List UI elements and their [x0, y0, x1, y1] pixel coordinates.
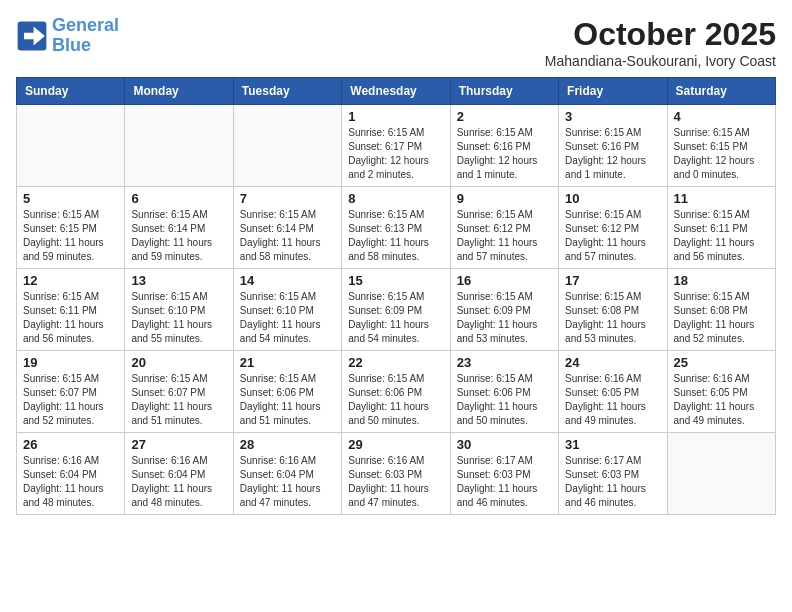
- day-cell: [17, 105, 125, 187]
- day-info: Sunrise: 6:15 AM Sunset: 6:16 PM Dayligh…: [457, 126, 552, 182]
- weekday-header-friday: Friday: [559, 78, 667, 105]
- logo: GeneralBlue: [16, 16, 119, 56]
- day-cell: 4Sunrise: 6:15 AM Sunset: 6:15 PM Daylig…: [667, 105, 775, 187]
- weekday-header-tuesday: Tuesday: [233, 78, 341, 105]
- day-number: 25: [674, 355, 769, 370]
- weekday-header-row: SundayMondayTuesdayWednesdayThursdayFrid…: [17, 78, 776, 105]
- day-cell: 30Sunrise: 6:17 AM Sunset: 6:03 PM Dayli…: [450, 433, 558, 515]
- day-number: 21: [240, 355, 335, 370]
- day-cell: 18Sunrise: 6:15 AM Sunset: 6:08 PM Dayli…: [667, 269, 775, 351]
- day-number: 22: [348, 355, 443, 370]
- day-cell: 5Sunrise: 6:15 AM Sunset: 6:15 PM Daylig…: [17, 187, 125, 269]
- day-info: Sunrise: 6:15 AM Sunset: 6:09 PM Dayligh…: [457, 290, 552, 346]
- day-cell: 9Sunrise: 6:15 AM Sunset: 6:12 PM Daylig…: [450, 187, 558, 269]
- day-cell: 11Sunrise: 6:15 AM Sunset: 6:11 PM Dayli…: [667, 187, 775, 269]
- weekday-header-thursday: Thursday: [450, 78, 558, 105]
- day-cell: [125, 105, 233, 187]
- day-info: Sunrise: 6:15 AM Sunset: 6:10 PM Dayligh…: [131, 290, 226, 346]
- day-number: 31: [565, 437, 660, 452]
- page-header: GeneralBlue October 2025 Mahandiana-Souk…: [16, 16, 776, 69]
- day-cell: 17Sunrise: 6:15 AM Sunset: 6:08 PM Dayli…: [559, 269, 667, 351]
- day-info: Sunrise: 6:15 AM Sunset: 6:13 PM Dayligh…: [348, 208, 443, 264]
- weekday-header-saturday: Saturday: [667, 78, 775, 105]
- day-cell: 31Sunrise: 6:17 AM Sunset: 6:03 PM Dayli…: [559, 433, 667, 515]
- day-info: Sunrise: 6:17 AM Sunset: 6:03 PM Dayligh…: [565, 454, 660, 510]
- week-row-2: 5Sunrise: 6:15 AM Sunset: 6:15 PM Daylig…: [17, 187, 776, 269]
- day-info: Sunrise: 6:16 AM Sunset: 6:05 PM Dayligh…: [674, 372, 769, 428]
- day-info: Sunrise: 6:15 AM Sunset: 6:07 PM Dayligh…: [23, 372, 118, 428]
- day-cell: 29Sunrise: 6:16 AM Sunset: 6:03 PM Dayli…: [342, 433, 450, 515]
- day-info: Sunrise: 6:15 AM Sunset: 6:09 PM Dayligh…: [348, 290, 443, 346]
- day-info: Sunrise: 6:16 AM Sunset: 6:03 PM Dayligh…: [348, 454, 443, 510]
- day-cell: 6Sunrise: 6:15 AM Sunset: 6:14 PM Daylig…: [125, 187, 233, 269]
- day-number: 15: [348, 273, 443, 288]
- day-info: Sunrise: 6:15 AM Sunset: 6:15 PM Dayligh…: [674, 126, 769, 182]
- day-number: 11: [674, 191, 769, 206]
- day-number: 19: [23, 355, 118, 370]
- day-info: Sunrise: 6:15 AM Sunset: 6:14 PM Dayligh…: [240, 208, 335, 264]
- day-cell: 2Sunrise: 6:15 AM Sunset: 6:16 PM Daylig…: [450, 105, 558, 187]
- day-number: 20: [131, 355, 226, 370]
- day-number: 1: [348, 109, 443, 124]
- day-info: Sunrise: 6:16 AM Sunset: 6:05 PM Dayligh…: [565, 372, 660, 428]
- day-number: 28: [240, 437, 335, 452]
- day-info: Sunrise: 6:15 AM Sunset: 6:11 PM Dayligh…: [674, 208, 769, 264]
- day-number: 26: [23, 437, 118, 452]
- day-number: 13: [131, 273, 226, 288]
- day-cell: 7Sunrise: 6:15 AM Sunset: 6:14 PM Daylig…: [233, 187, 341, 269]
- day-info: Sunrise: 6:15 AM Sunset: 6:06 PM Dayligh…: [240, 372, 335, 428]
- day-info: Sunrise: 6:15 AM Sunset: 6:14 PM Dayligh…: [131, 208, 226, 264]
- logo-icon: [16, 20, 48, 52]
- calendar-table: SundayMondayTuesdayWednesdayThursdayFrid…: [16, 77, 776, 515]
- day-cell: 15Sunrise: 6:15 AM Sunset: 6:09 PM Dayli…: [342, 269, 450, 351]
- day-number: 7: [240, 191, 335, 206]
- day-number: 4: [674, 109, 769, 124]
- day-info: Sunrise: 6:15 AM Sunset: 6:11 PM Dayligh…: [23, 290, 118, 346]
- day-number: 14: [240, 273, 335, 288]
- day-number: 18: [674, 273, 769, 288]
- day-cell: 10Sunrise: 6:15 AM Sunset: 6:12 PM Dayli…: [559, 187, 667, 269]
- week-row-5: 26Sunrise: 6:16 AM Sunset: 6:04 PM Dayli…: [17, 433, 776, 515]
- day-cell: 21Sunrise: 6:15 AM Sunset: 6:06 PM Dayli…: [233, 351, 341, 433]
- day-cell: 19Sunrise: 6:15 AM Sunset: 6:07 PM Dayli…: [17, 351, 125, 433]
- day-cell: [667, 433, 775, 515]
- logo-name: GeneralBlue: [52, 16, 119, 56]
- day-cell: [233, 105, 341, 187]
- day-number: 12: [23, 273, 118, 288]
- day-info: Sunrise: 6:15 AM Sunset: 6:12 PM Dayligh…: [457, 208, 552, 264]
- day-info: Sunrise: 6:15 AM Sunset: 6:08 PM Dayligh…: [565, 290, 660, 346]
- day-info: Sunrise: 6:15 AM Sunset: 6:06 PM Dayligh…: [348, 372, 443, 428]
- day-number: 16: [457, 273, 552, 288]
- day-number: 3: [565, 109, 660, 124]
- day-info: Sunrise: 6:15 AM Sunset: 6:17 PM Dayligh…: [348, 126, 443, 182]
- day-cell: 26Sunrise: 6:16 AM Sunset: 6:04 PM Dayli…: [17, 433, 125, 515]
- weekday-header-monday: Monday: [125, 78, 233, 105]
- day-cell: 22Sunrise: 6:15 AM Sunset: 6:06 PM Dayli…: [342, 351, 450, 433]
- week-row-4: 19Sunrise: 6:15 AM Sunset: 6:07 PM Dayli…: [17, 351, 776, 433]
- day-number: 5: [23, 191, 118, 206]
- day-info: Sunrise: 6:16 AM Sunset: 6:04 PM Dayligh…: [240, 454, 335, 510]
- day-cell: 12Sunrise: 6:15 AM Sunset: 6:11 PM Dayli…: [17, 269, 125, 351]
- day-cell: 24Sunrise: 6:16 AM Sunset: 6:05 PM Dayli…: [559, 351, 667, 433]
- day-number: 6: [131, 191, 226, 206]
- day-number: 29: [348, 437, 443, 452]
- day-info: Sunrise: 6:15 AM Sunset: 6:06 PM Dayligh…: [457, 372, 552, 428]
- week-row-1: 1Sunrise: 6:15 AM Sunset: 6:17 PM Daylig…: [17, 105, 776, 187]
- weekday-header-wednesday: Wednesday: [342, 78, 450, 105]
- day-cell: 3Sunrise: 6:15 AM Sunset: 6:16 PM Daylig…: [559, 105, 667, 187]
- day-number: 9: [457, 191, 552, 206]
- day-number: 23: [457, 355, 552, 370]
- day-number: 2: [457, 109, 552, 124]
- day-cell: 28Sunrise: 6:16 AM Sunset: 6:04 PM Dayli…: [233, 433, 341, 515]
- day-info: Sunrise: 6:16 AM Sunset: 6:04 PM Dayligh…: [23, 454, 118, 510]
- day-cell: 14Sunrise: 6:15 AM Sunset: 6:10 PM Dayli…: [233, 269, 341, 351]
- day-number: 17: [565, 273, 660, 288]
- day-number: 24: [565, 355, 660, 370]
- day-cell: 20Sunrise: 6:15 AM Sunset: 6:07 PM Dayli…: [125, 351, 233, 433]
- day-cell: 13Sunrise: 6:15 AM Sunset: 6:10 PM Dayli…: [125, 269, 233, 351]
- day-info: Sunrise: 6:15 AM Sunset: 6:16 PM Dayligh…: [565, 126, 660, 182]
- day-number: 27: [131, 437, 226, 452]
- day-cell: 1Sunrise: 6:15 AM Sunset: 6:17 PM Daylig…: [342, 105, 450, 187]
- day-cell: 27Sunrise: 6:16 AM Sunset: 6:04 PM Dayli…: [125, 433, 233, 515]
- location-subtitle: Mahandiana-Soukourani, Ivory Coast: [545, 53, 776, 69]
